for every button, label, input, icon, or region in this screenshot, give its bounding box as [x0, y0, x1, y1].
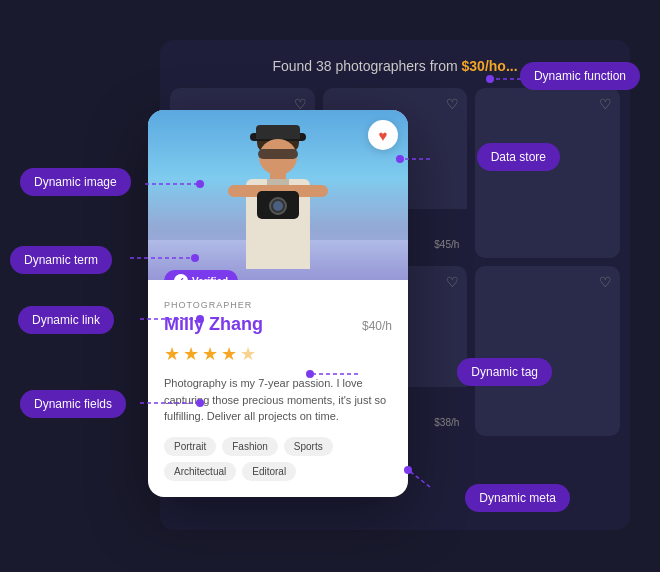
card-body: PHOTOGRAPHER Milly Zhang $40/h ★ ★ ★ ★ ★… — [148, 280, 408, 497]
dynamic-term-label: Dynamic term — [24, 253, 98, 267]
tag-row: Portrait Fashion Sports Architectual Edi… — [164, 437, 392, 481]
card-price-2: $45/h — [434, 239, 459, 250]
rate-unit: /h — [382, 319, 392, 333]
rate-value: $40 — [362, 319, 382, 333]
tag-editoral[interactable]: Editoral — [242, 462, 296, 481]
bubble-dynamic-function: Dynamic function — [520, 62, 640, 90]
data-store-label: Data store — [491, 150, 546, 164]
tag-fashion[interactable]: Fashion — [222, 437, 278, 456]
heart-icon-6[interactable]: ♡ — [599, 274, 612, 290]
card-stars: ★ ★ ★ ★ ★ — [164, 343, 392, 365]
heart-icon-2[interactable]: ♡ — [446, 96, 459, 112]
bubble-dynamic-term: Dynamic term — [10, 246, 112, 274]
person-figure — [223, 125, 333, 280]
star-3: ★ — [202, 343, 218, 365]
star-1: ★ — [164, 343, 180, 365]
star-4: ★ — [221, 343, 237, 365]
photographer-label: PHOTOGRAPHER — [164, 300, 392, 310]
heart-icon-3[interactable]: ♡ — [599, 96, 612, 112]
heart-filled-icon: ♥ — [379, 127, 388, 144]
bg-card-6[interactable]: ♡ — [475, 266, 620, 436]
bubble-dynamic-meta: Dynamic meta — [465, 484, 570, 512]
dynamic-meta-label: Dynamic meta — [479, 491, 556, 505]
tag-architectual[interactable]: Architectual — [164, 462, 236, 481]
dynamic-link-label: Dynamic link — [32, 313, 100, 327]
verified-badge: ✓ Verified — [164, 270, 238, 280]
verified-text: Verified — [192, 276, 228, 281]
star-2: ★ — [183, 343, 199, 365]
star-5-half: ★ — [240, 343, 256, 365]
dynamic-fields-label: Dynamic fields — [34, 397, 112, 411]
bubble-dynamic-fields: Dynamic fields — [20, 390, 126, 418]
main-photographer-card: ♥ ✓ Verified PHOTOGRAPHER Milly Zhang $4… — [148, 110, 408, 497]
bubble-data-store: Data store — [477, 143, 560, 171]
check-icon: ✓ — [174, 274, 188, 280]
scene: Found 38 photographers from $30/ho... ♡ … — [0, 0, 660, 572]
card-name-rate-row: Milly Zhang $40/h — [164, 314, 392, 335]
bubble-dynamic-link: Dynamic link — [18, 306, 114, 334]
card-image-wrap: ♥ ✓ Verified — [148, 110, 408, 280]
rate-display: $40/h — [362, 314, 392, 335]
dynamic-tag-label: Dynamic tag — [471, 365, 538, 379]
heart-icon-5[interactable]: ♡ — [446, 274, 459, 290]
dynamic-function-label: Dynamic function — [534, 69, 626, 83]
photographer-name[interactable]: Milly Zhang — [164, 314, 263, 335]
tag-portrait[interactable]: Portrait — [164, 437, 216, 456]
card-price-5: $38/h — [434, 417, 459, 428]
price-highlight: $30/ho... — [462, 58, 518, 74]
dynamic-image-label: Dynamic image — [34, 175, 117, 189]
card-description: Photography is my 7-year passion. I love… — [164, 375, 392, 425]
bg-card-3[interactable]: ♡ — [475, 88, 620, 258]
tag-sports[interactable]: Sports — [284, 437, 333, 456]
bubble-dynamic-tag: Dynamic tag — [457, 358, 552, 386]
search-result-text: Found 38 photographers from — [272, 58, 461, 74]
bubble-dynamic-image: Dynamic image — [20, 168, 131, 196]
card-heart-button[interactable]: ♥ — [368, 120, 398, 150]
